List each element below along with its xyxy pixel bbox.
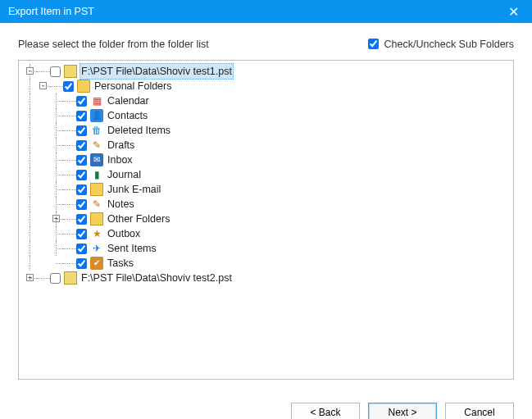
node-checkbox[interactable] (76, 244, 87, 254)
del-icon: 🗑 (90, 124, 103, 137)
tree-node[interactable]: -Personal Folders (24, 79, 508, 93)
expand-icon[interactable]: + (26, 274, 34, 281)
node-checkbox[interactable] (76, 199, 87, 210)
tree-node[interactable]: ✔Tasks (24, 256, 508, 271)
tree-node[interactable]: Junk E-mail (24, 182, 508, 197)
cancel-button[interactable]: Cancel (445, 403, 514, 419)
button-bar: < Back Next > Cancel (0, 388, 532, 419)
tree-node[interactable]: ★Outbox (24, 226, 508, 241)
outbox-icon: ★ (90, 227, 103, 240)
titlebar: Export Item in PST ✕ (0, 0, 532, 23)
tree-node[interactable]: ✎Notes (24, 197, 508, 212)
node-label[interactable]: Journal (106, 167, 143, 182)
node-checkbox[interactable] (76, 229, 87, 239)
node-label[interactable]: Drafts (106, 138, 136, 153)
node-checkbox[interactable] (76, 184, 87, 195)
tree-node[interactable]: ✎Drafts (24, 138, 508, 153)
prompt-text: Please select the folder from the folder… (18, 39, 365, 50)
notes-icon: ✎ (90, 198, 103, 211)
contacts-icon: 👤 (90, 109, 103, 122)
node-label[interactable]: Inbox (106, 153, 134, 167)
tree-node[interactable]: ▮Journal (24, 167, 508, 182)
node-checkbox[interactable] (50, 66, 61, 77)
next-button[interactable]: Next > (368, 403, 437, 419)
close-icon[interactable]: ✕ (503, 4, 524, 20)
tree-node[interactable]: ✉Inbox (24, 153, 508, 167)
node-label[interactable]: Deleted Items (106, 123, 172, 138)
inbox-icon: ✉ (90, 153, 103, 166)
back-button[interactable]: < Back (291, 403, 360, 419)
node-checkbox[interactable] (50, 273, 61, 284)
tree-node[interactable]: ▦Calendar (24, 93, 508, 108)
check-subfolders-checkbox[interactable] (368, 39, 379, 49)
tree-node[interactable]: +Other Folders (24, 212, 508, 226)
node-label[interactable]: Calendar (106, 93, 151, 108)
cal-icon: ▦ (90, 94, 103, 107)
tree-node[interactable]: 👤Contacts (24, 108, 508, 123)
pfolder-icon (77, 80, 90, 93)
node-checkbox[interactable] (76, 155, 87, 166)
node-label[interactable]: Notes (106, 197, 136, 212)
journal-icon: ▮ (90, 168, 103, 181)
tree-node[interactable]: 🗑Deleted Items (24, 123, 508, 138)
node-label[interactable]: Contacts (106, 108, 149, 123)
node-checkbox[interactable] (76, 140, 87, 151)
node-checkbox[interactable] (76, 96, 87, 107)
tree-node[interactable]: +F:\PST File\Data\Shoviv test2.pst (24, 271, 508, 285)
check-subfolders-text: Check/Uncheck Sub Folders (384, 39, 514, 50)
node-label[interactable]: F:\PST File\Data\Shoviv test1.pst (80, 63, 234, 80)
node-checkbox[interactable] (63, 81, 74, 92)
node-checkbox[interactable] (76, 111, 87, 121)
expand-icon[interactable]: + (52, 215, 60, 222)
node-checkbox[interactable] (76, 170, 87, 180)
node-label[interactable]: Outbox (106, 226, 142, 241)
collapse-icon[interactable]: - (39, 82, 47, 89)
node-checkbox[interactable] (76, 258, 87, 269)
pst-icon (64, 65, 77, 78)
node-label[interactable]: F:\PST File\Data\Shoviv test2.pst (80, 271, 234, 285)
tree-node[interactable]: ✈Sent Items (24, 241, 508, 256)
window-title: Export Item in PST (8, 6, 503, 17)
sent-icon: ✈ (90, 242, 103, 255)
drafts-icon: ✎ (90, 139, 103, 152)
pst-icon (64, 271, 77, 285)
folder-tree[interactable]: -F:\PST File\Data\Shoviv test1.pst-Perso… (18, 60, 514, 380)
node-label[interactable]: Junk E-mail (106, 182, 162, 197)
node-checkbox[interactable] (76, 125, 87, 136)
tasks-icon: ✔ (90, 257, 103, 270)
node-label[interactable]: Tasks (106, 256, 135, 271)
node-label[interactable]: Sent Items (106, 241, 158, 256)
junk-icon (90, 183, 103, 196)
collapse-icon[interactable]: - (26, 67, 34, 75)
node-label[interactable]: Personal Folders (93, 79, 174, 93)
tree-node[interactable]: -F:\PST File\Data\Shoviv test1.pst (24, 64, 508, 79)
other-icon (90, 212, 103, 225)
node-checkbox[interactable] (76, 214, 87, 225)
node-label[interactable]: Other Folders (106, 212, 171, 226)
check-subfolders-label[interactable]: Check/Uncheck Sub Folders (365, 36, 514, 52)
